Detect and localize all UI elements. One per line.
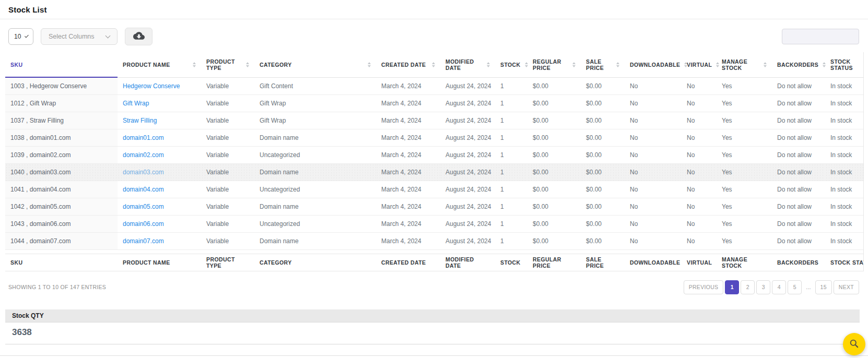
cell-downloadable: No [625, 232, 682, 249]
table-row: 1037 , Straw FillingStraw FillingVariabl… [5, 112, 864, 129]
product-link[interactable]: domain01.com [123, 134, 164, 141]
export-button[interactable] [125, 28, 153, 45]
pagination-page-5[interactable]: 5 [788, 280, 802, 294]
cell-category: Gift Wrap [254, 94, 376, 112]
column-header-downloadable[interactable]: DOWNLOADABLE [625, 52, 682, 77]
page-size-select[interactable]: 10 [8, 28, 33, 45]
cell-downloadable: No [625, 215, 682, 232]
cell-created: March 4, 2024 [376, 181, 440, 198]
cell-category: Domain name [254, 232, 376, 249]
cell-stock-status: In stock [825, 215, 864, 232]
cell-manage-stock: Yes [717, 77, 772, 94]
cell-category: Domain name [254, 129, 376, 146]
cell-modified: August 24, 2024 [440, 129, 495, 146]
product-link[interactable]: domain02.com [123, 151, 164, 159]
column-header-regular-price[interactable]: REGULAR PRICE [527, 52, 581, 77]
product-link[interactable]: domain07.com [123, 237, 164, 245]
column-label: STOCK STATUS [830, 58, 864, 71]
footer-column-product-type: PRODUCT TYPE [201, 254, 254, 271]
cell-product-type: Variable [201, 146, 254, 163]
column-header-modified-date[interactable]: MODIFIED DATE [440, 52, 495, 77]
pagination-previous-button[interactable]: PREVIOUS [684, 280, 724, 294]
column-header-product-type[interactable]: PRODUCT TYPE [201, 52, 254, 77]
cell-downloadable: No [625, 198, 682, 215]
pagination-page-3[interactable]: 3 [756, 280, 770, 294]
cell-stock: 1 [495, 129, 527, 146]
cell-sale-price: $0.00 [581, 198, 625, 215]
column-header-category[interactable]: CATEGORY [254, 52, 376, 77]
column-header-manage-stock[interactable]: MANAGE STOCK [717, 52, 772, 77]
cell-downloadable: No [625, 163, 682, 181]
cloud-download-icon [133, 31, 145, 42]
pagination-page-15[interactable]: 15 [815, 280, 832, 294]
cell-manage-stock: Yes [717, 198, 772, 215]
product-link[interactable]: domain06.com [123, 220, 164, 228]
column-header-stock[interactable]: STOCK [495, 52, 527, 77]
column-label: REGULAR PRICE [533, 58, 568, 71]
column-header-created-date[interactable]: CREATED DATE [376, 52, 440, 77]
sort-icon [368, 62, 371, 67]
cell-sale-price: $0.00 [581, 77, 625, 94]
cell-regular-price: $0.00 [527, 146, 581, 163]
cell-sku: 1039 , domain02.com [5, 146, 118, 163]
cell-created: March 4, 2024 [376, 94, 440, 112]
cell-regular-price: $0.00 [527, 232, 581, 249]
pagination-page-4[interactable]: 4 [772, 280, 786, 294]
cell-created: March 4, 2024 [376, 215, 440, 232]
cell-sale-price: $0.00 [581, 163, 625, 181]
cell-backorders: Do not allow [772, 181, 825, 198]
footer-column-modified-date: MODIFIED DATE [440, 254, 495, 271]
sort-icon [572, 62, 576, 67]
footer-column-created-date: CREATED DATE [376, 254, 440, 271]
cell-sku: 1012 , Gift Wrap [5, 94, 118, 112]
footer-column-category: CATEGORY [254, 254, 376, 271]
search-icon [849, 339, 859, 350]
cell-created: March 4, 2024 [376, 198, 440, 215]
table-row: 1039 , domain02.comdomain02.comVariableU… [5, 146, 864, 163]
pagination-page-2[interactable]: 2 [741, 280, 755, 294]
column-label: PRODUCT NAME [123, 62, 170, 68]
cell-category: Gift Content [254, 77, 376, 94]
cell-manage-stock: Yes [717, 163, 772, 181]
select-columns-dropdown[interactable]: Select Columns [41, 28, 118, 45]
footer-column-stock-status: STOCK STATUS [825, 254, 864, 271]
column-header-sale-price[interactable]: SALE PRICE [581, 52, 625, 77]
cell-sku: 1043 , domain06.com [5, 215, 118, 232]
cell-created: March 4, 2024 [376, 232, 440, 249]
product-link[interactable]: domain05.com [123, 203, 164, 210]
search-input[interactable] [782, 29, 859, 44]
cell-product-type: Variable [201, 112, 254, 129]
product-link[interactable]: domain04.com [123, 186, 164, 193]
cell-manage-stock: Yes [717, 215, 772, 232]
cell-regular-price: $0.00 [527, 77, 581, 94]
search-fab-button[interactable] [843, 333, 865, 355]
cell-stock-status: In stock [825, 94, 864, 112]
product-link[interactable]: Hedgerow Conserve [123, 82, 180, 90]
product-link[interactable]: domain03.com [123, 169, 164, 176]
cell-backorders: Do not allow [772, 215, 825, 232]
cell-stock: 1 [495, 112, 527, 129]
column-header-virtual[interactable]: VIRTUAL [682, 52, 717, 77]
cell-downloadable: No [625, 77, 682, 94]
cell-downloadable: No [625, 129, 682, 146]
cell-downloadable: No [625, 112, 682, 129]
column-header-stock-status[interactable]: STOCK STATUS [825, 52, 864, 77]
stock-list-page: Stock List 10 Select Columns [0, 0, 868, 358]
cell-modified: August 24, 2024 [440, 181, 495, 198]
cell-product-name: domain04.com [118, 181, 201, 198]
product-link[interactable]: Straw Filling [123, 117, 157, 124]
footer-column-backorders: BACKORDERS [772, 254, 825, 271]
product-link[interactable]: Gift Wrap [123, 100, 149, 107]
cell-stock-status: In stock [825, 181, 864, 198]
column-header-sku[interactable]: SKU [5, 52, 118, 77]
cell-sale-price: $0.00 [581, 146, 625, 163]
column-header-product-name[interactable]: PRODUCT NAME [118, 52, 201, 77]
cell-category: Uncategorized [254, 146, 376, 163]
cell-backorders: Do not allow [772, 94, 825, 112]
table-row: 1040 , domain03.comdomain03.comVariableD… [5, 163, 864, 181]
chevron-down-icon [25, 33, 29, 38]
cell-virtual: No [682, 198, 717, 215]
pagination-next-button[interactable]: NEXT [834, 280, 859, 294]
pagination-page-1[interactable]: 1 [725, 280, 739, 294]
column-header-backorders[interactable]: BACKORDERS [772, 52, 825, 77]
